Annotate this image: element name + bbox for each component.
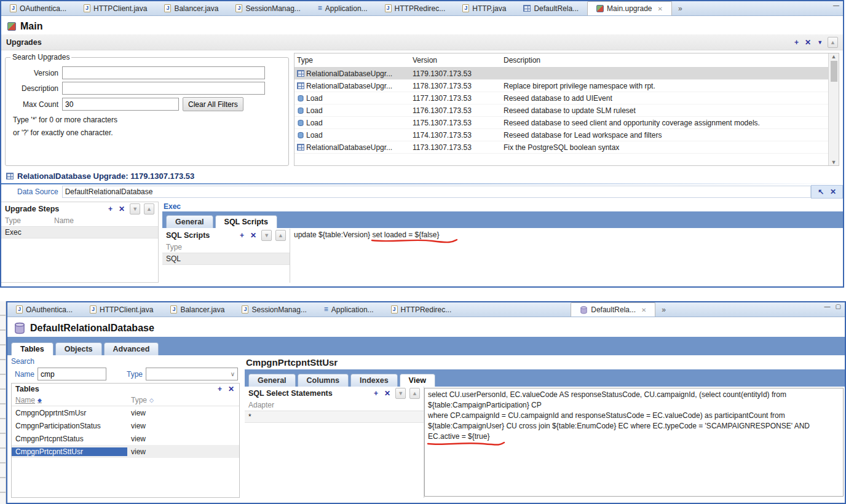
sql-script-editor[interactable]: update ${table:Version} set loaded = ${f… — [290, 229, 843, 283]
pick-reference-icon[interactable]: ↖ — [818, 187, 824, 196]
upgrades-table: Type Version Description RelationalDatab… — [294, 53, 839, 166]
tab-httpredirec[interactable]: J HTTPRedirec... — [376, 1, 454, 15]
minimize-icon[interactable]: — — [824, 303, 831, 310]
add-icon[interactable]: + — [216, 385, 223, 393]
table-row[interactable]: RelationalDatabaseUpgr... 1179.1307.173.… — [295, 68, 828, 80]
clear-all-filters-button[interactable]: Clear All Filters — [183, 97, 243, 111]
move-up-icon[interactable]: ▲ — [144, 203, 154, 215]
tab-objects[interactable]: Objects — [55, 342, 102, 355]
view-sql-editor[interactable]: select CU.userPersonId, EC.valueCode AS … — [424, 388, 844, 497]
table-row[interactable]: Load 1174.1307.173.53 Reseed database fo… — [295, 129, 828, 141]
tab-columns[interactable]: Columns — [298, 374, 349, 387]
tab-balancer[interactable]: J Balancer.java — [162, 302, 233, 317]
tab-httpclient[interactable]: J HTTPClient.java — [81, 302, 162, 317]
add-icon[interactable]: + — [107, 205, 114, 213]
tab-sessionmanag[interactable]: J SessionManag... — [227, 1, 309, 15]
main-upgrade-editor-window: J OAuthentica... J HTTPClient.java J Bal… — [0, 0, 844, 288]
table-row[interactable]: CmpgnParticipationStatus view — [12, 419, 239, 432]
dropdown-arrow-icon: ∨ — [231, 371, 235, 377]
col-name[interactable]: Name◆ — [15, 396, 131, 404]
add-icon[interactable]: + — [239, 231, 245, 240]
tab-httpredirec[interactable]: J HTTPRedirec... — [382, 302, 461, 317]
table-row-selected[interactable]: CmpgnPrtcpntSttUsr view — [12, 445, 239, 458]
search-upgrades-group: Search Upgrades Version Description Max … — [5, 53, 289, 166]
scroll-up-icon[interactable]: ▲ — [831, 53, 837, 60]
database-table-icon — [523, 5, 531, 12]
table-row[interactable]: RelationalDatabaseUpgr... 1178.1307.173.… — [295, 80, 828, 92]
col-version[interactable]: Version — [410, 56, 501, 65]
add-icon[interactable]: + — [373, 389, 379, 398]
col-type[interactable]: Type — [5, 216, 54, 225]
tab-advanced[interactable]: Advanced — [104, 342, 159, 355]
upgrade-step-row[interactable]: Exec — [1, 227, 158, 238]
name-filter-input[interactable] — [38, 368, 106, 380]
table-row[interactable]: CmpgnOpprtntSmUsr view — [12, 406, 239, 419]
tab-overflow-icon[interactable]: » — [662, 305, 666, 314]
table-row[interactable]: Load 1175.1307.173.53 Reseed database to… — [295, 117, 828, 129]
col-type[interactable]: Type — [166, 243, 215, 251]
version-input[interactable] — [62, 66, 265, 79]
tab-oauthentica[interactable]: J OAuthentica... — [1, 1, 75, 15]
table-row[interactable]: RelationalDatabaseUpgr... 1173.1307.173.… — [295, 141, 828, 154]
tab-sql-scripts[interactable]: SQL Scripts — [215, 215, 277, 228]
tab-tables[interactable]: Tables — [11, 342, 53, 355]
delete-icon[interactable]: ✕ — [804, 38, 812, 47]
table-row[interactable]: Load 1177.1307.173.53 Reseed database to… — [295, 92, 828, 104]
type-filter-dropdown[interactable]: ∨ — [146, 368, 238, 380]
tab-balancer[interactable]: J Balancer.java — [156, 1, 227, 15]
tab-main-upgrade[interactable]: Main.upgrade ✕ — [587, 1, 672, 15]
tab-oauthentica[interactable]: J OAuthentica... — [7, 302, 81, 317]
tab-general[interactable]: General — [166, 215, 213, 228]
col-type[interactable]: Type — [295, 56, 410, 65]
scroll-down-icon[interactable]: ▼ — [831, 159, 837, 165]
tab-general[interactable]: General — [248, 374, 296, 387]
tab-httpclient[interactable]: J HTTPClient.java — [75, 1, 156, 15]
cell-type: view — [127, 422, 149, 430]
cell-name: CmpgnPrtcpntStatus — [12, 435, 127, 443]
tab-view[interactable]: View — [400, 374, 435, 387]
tab-defaultrela[interactable]: DefaultRela... — [515, 1, 587, 15]
upgrades-section-bar: Upgrades + ✕ ▼ ▲ — [1, 34, 843, 50]
add-icon[interactable]: + — [793, 38, 800, 47]
tab-indexes[interactable]: Indexes — [350, 374, 398, 387]
vertical-scrollbar[interactable]: ▲ ▼ — [828, 53, 839, 165]
delete-icon[interactable]: ✕ — [249, 231, 258, 240]
minimize-icon[interactable]: — — [833, 2, 839, 9]
move-down-icon[interactable]: ▼ — [261, 230, 272, 241]
table-row[interactable]: CmpgnPrtcpntStatus view — [12, 432, 239, 445]
move-down-icon[interactable]: ▼ — [395, 388, 406, 399]
clear-reference-icon[interactable]: ✕ — [830, 187, 836, 196]
tab-defaultrela[interactable]: DefaultRela... ✕ — [571, 302, 655, 317]
max-count-input[interactable] — [62, 98, 179, 111]
sql-script-row[interactable]: SQL — [162, 253, 290, 265]
scrollbar-thumb[interactable] — [831, 61, 837, 82]
close-icon[interactable]: ✕ — [641, 307, 646, 313]
exec-panel: Exec General SQL Scripts SQL Scripts + ✕… — [159, 202, 843, 283]
tab-http[interactable]: J HTTP.java — [454, 1, 515, 15]
delete-icon[interactable]: ✕ — [227, 385, 235, 393]
data-source-label: Data Source — [17, 187, 58, 196]
adapter-row[interactable]: * — [245, 411, 424, 423]
load-icon — [297, 95, 304, 102]
delete-icon[interactable]: ✕ — [383, 389, 392, 398]
move-down-icon[interactable]: ▼ — [130, 203, 140, 215]
col-type[interactable]: Type◇ — [131, 396, 154, 404]
table-row[interactable]: Load 1176.1307.173.53 Reseed database to… — [295, 104, 828, 117]
col-adapter[interactable]: Adapter — [248, 401, 298, 409]
version-label: Version — [10, 69, 58, 77]
move-up-icon[interactable]: ▲ — [409, 388, 420, 399]
col-description[interactable]: Description — [501, 56, 828, 65]
tab-sessionmanag[interactable]: J SessionManag... — [233, 302, 315, 317]
tab-application[interactable]: ≡ Application... — [309, 1, 376, 15]
tab-overflow-icon[interactable]: » — [678, 4, 682, 13]
col-name[interactable]: Name — [54, 216, 103, 225]
maximize-icon[interactable]: ▢ — [836, 303, 841, 310]
tab-application[interactable]: ≡ Application... — [315, 302, 382, 317]
data-source-value[interactable]: DefaultRelationalDatabase — [62, 186, 811, 198]
description-input[interactable] — [62, 82, 265, 95]
move-down-icon[interactable]: ▼ — [816, 38, 824, 47]
delete-icon[interactable]: ✕ — [117, 205, 126, 213]
move-up-icon[interactable]: ▲ — [275, 230, 286, 241]
move-up-icon[interactable]: ▲ — [828, 37, 838, 48]
close-icon[interactable]: ✕ — [658, 6, 663, 12]
